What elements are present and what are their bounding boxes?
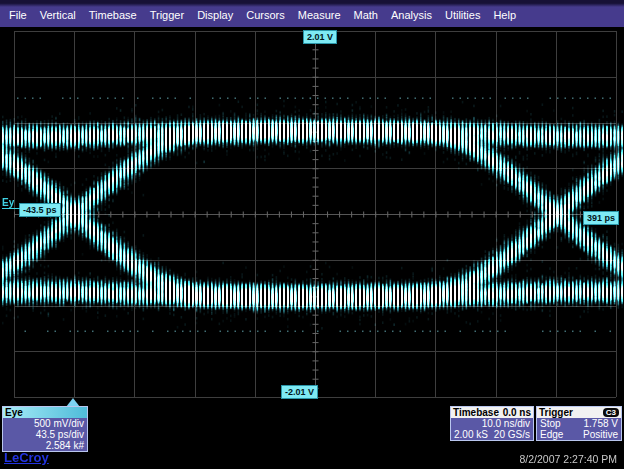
eye-vertical-scale: 500 mV/div <box>34 418 84 429</box>
datetime-display: 8/2/2007 2:27:40 PM <box>520 453 618 465</box>
trigger-source-badge: C3 <box>603 408 619 417</box>
menu-item-utilities[interactable]: Utilities <box>445 9 480 21</box>
menu-item-math[interactable]: Math <box>354 9 378 21</box>
timebase-scale: 10.0 ns/div <box>482 418 530 429</box>
left-time-label: -43.5 ps <box>19 203 61 217</box>
eye-trace-indicator: Ey <box>2 197 20 209</box>
timebase-panel-title: Timebase <box>453 407 499 418</box>
menu-bar: File Vertical Timebase Trigger Display C… <box>0 0 624 27</box>
timebase-descriptor-panel[interactable]: Timebase 0.0 ns 10.0 ns/div 2.00 kS 20 G… <box>450 406 534 441</box>
trigger-slope: Positive <box>583 429 618 440</box>
timebase-samples: 2.00 kS <box>454 429 488 440</box>
eye-sweep-count: 2.584 k# <box>46 440 84 451</box>
trigger-level: 1.758 V <box>584 418 618 429</box>
menu-item-trigger[interactable]: Trigger <box>150 9 184 21</box>
menu-item-file[interactable]: File <box>9 9 27 21</box>
trigger-type: Edge <box>540 429 563 440</box>
timebase-offset: 0.0 ns <box>503 407 531 418</box>
eye-descriptor-panel[interactable]: Eye 500 mV/div 43.5 ps/div 2.584 k# <box>2 406 88 452</box>
menu-item-measure[interactable]: Measure <box>298 9 341 21</box>
eye-horizontal-scale: 43.5 ps/div <box>36 429 84 440</box>
lecroy-logo: LeCroy <box>4 450 49 465</box>
menu-item-cursors[interactable]: Cursors <box>246 9 285 21</box>
right-time-label: 391 ps <box>583 211 619 225</box>
top-voltage-label: 2.01 V <box>303 30 337 44</box>
trigger-mode: Stop <box>540 418 561 429</box>
menu-item-display[interactable]: Display <box>197 9 233 21</box>
trigger-panel-title: Trigger <box>539 407 573 418</box>
timebase-sample-rate: 20 GS/s <box>494 429 530 440</box>
menu-item-vertical[interactable]: Vertical <box>40 9 76 21</box>
eye-panel-title: Eye <box>5 407 23 418</box>
trigger-descriptor-panel[interactable]: Trigger C3 Stop 1.758 V Edge Positive <box>536 406 622 441</box>
menu-item-timebase[interactable]: Timebase <box>89 9 137 21</box>
bottom-voltage-label: -2.01 V <box>281 385 318 399</box>
menu-item-help[interactable]: Help <box>493 9 516 21</box>
menu-item-analysis[interactable]: Analysis <box>391 9 432 21</box>
